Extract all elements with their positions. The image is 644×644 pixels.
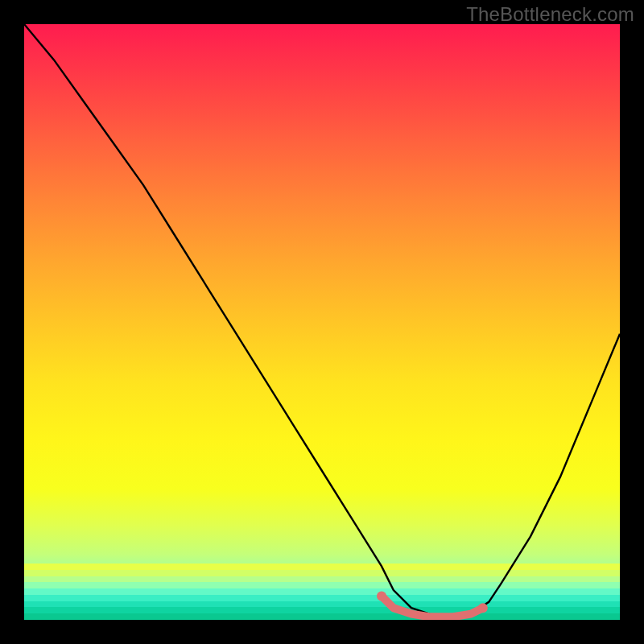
watermark-text: TheBottleneck.com: [466, 3, 634, 26]
chart-canvas: TheBottleneck.com: [0, 0, 644, 644]
optimal-zone-markers: [377, 591, 488, 617]
plot-area: [24, 24, 620, 620]
curve-layer: [24, 24, 620, 620]
svg-point-0: [377, 591, 386, 601]
bottleneck-curve: [24, 24, 620, 620]
svg-point-1: [478, 603, 488, 613]
